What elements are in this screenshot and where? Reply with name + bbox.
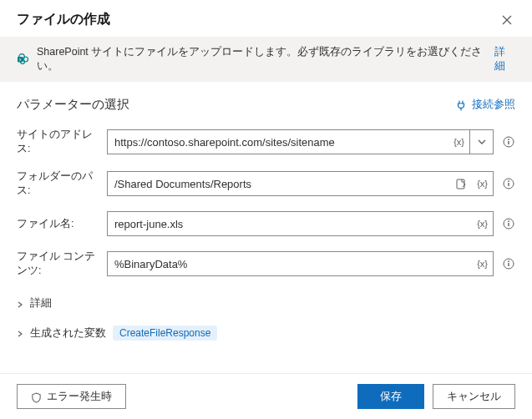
info-icon[interactable]	[502, 258, 515, 270]
expander-advanced[interactable]: 詳細	[17, 291, 515, 316]
section-head: パラメーターの選択 接続参照	[17, 97, 515, 113]
fx-button[interactable]: {x}	[472, 212, 493, 235]
row-folder-path: フォルダーのパス: {x}	[17, 169, 515, 198]
input-file-content[interactable]	[108, 252, 472, 275]
svg-point-12	[508, 221, 509, 223]
footer-right: 保存 キャンセル	[357, 384, 515, 409]
row-file-content: ファイル コンテンツ: {x}	[17, 250, 515, 278]
fx-button[interactable]: {x}	[472, 252, 493, 275]
dialog-header: ファイルの作成	[0, 0, 532, 37]
svg-point-6	[508, 139, 509, 141]
fx-button[interactable]: {x}	[448, 130, 469, 154]
label-folder-path: フォルダーのパス:	[17, 169, 99, 198]
label-file-content: ファイル コンテンツ:	[17, 250, 99, 278]
connection-reference-link[interactable]: 接続参照	[455, 98, 515, 112]
input-site-address[interactable]	[108, 130, 448, 154]
info-text: SharePoint サイトにファイルをアップロードします。必ず既存のライブラリ…	[37, 45, 488, 73]
field-file-content: {x}	[107, 251, 494, 276]
field-folder-path: {x}	[107, 171, 494, 196]
variable-pill[interactable]: CreateFileResponse	[113, 326, 217, 341]
shield-icon	[31, 390, 42, 402]
expander-advanced-label: 詳細	[30, 296, 52, 310]
info-icon[interactable]	[502, 178, 515, 189]
field-site-address: {x}	[107, 129, 494, 154]
dropdown-button[interactable]	[469, 130, 493, 154]
info-icon[interactable]	[502, 218, 515, 230]
dialog-footer: エラー発生時 保存 キャンセル	[0, 373, 532, 419]
parameters-section: パラメーターの選択 接続参照 サイトのアドレス: {x} フォルダーのパス:	[0, 82, 532, 346]
input-file-name[interactable]	[108, 212, 472, 235]
svg-rect-16	[508, 263, 509, 266]
section-title: パラメーターの選択	[17, 97, 129, 113]
input-folder-path[interactable]	[108, 172, 450, 195]
svg-rect-13	[508, 223, 509, 226]
svg-rect-10	[508, 183, 509, 186]
chevron-right-icon	[17, 328, 23, 338]
plug-icon	[455, 98, 467, 111]
browse-folder-icon[interactable]	[450, 172, 472, 195]
info-icon[interactable]	[502, 136, 515, 148]
dialog-title: ファイルの作成	[17, 11, 110, 28]
svg-point-9	[508, 181, 509, 183]
close-icon[interactable]	[499, 10, 515, 28]
on-error-label: エラー発生時	[47, 389, 112, 404]
row-file-name: ファイル名: {x}	[17, 211, 515, 236]
cancel-button[interactable]: キャンセル	[433, 384, 515, 409]
row-site-address: サイトのアドレス: {x}	[17, 128, 515, 156]
svg-point-15	[508, 261, 509, 263]
fx-button[interactable]: {x}	[472, 172, 493, 195]
chevron-right-icon	[17, 299, 23, 309]
expander-generated-label: 生成された変数	[30, 326, 106, 341]
save-button[interactable]: 保存	[357, 384, 424, 409]
field-file-name: {x}	[107, 211, 494, 236]
svg-rect-7	[508, 141, 509, 144]
sharepoint-icon: S	[17, 53, 30, 66]
label-file-name: ファイル名:	[17, 217, 99, 231]
info-link[interactable]: 詳細	[494, 45, 515, 73]
svg-text:S: S	[19, 58, 22, 62]
label-site-address: サイトのアドレス:	[17, 128, 99, 156]
connection-reference-label: 接続参照	[472, 98, 515, 112]
expander-generated-vars[interactable]: 生成された変数 CreateFileResponse	[17, 321, 515, 346]
info-bar: S SharePoint サイトにファイルをアップロードします。必ず既存のライブ…	[0, 37, 532, 82]
on-error-button[interactable]: エラー発生時	[17, 384, 126, 409]
